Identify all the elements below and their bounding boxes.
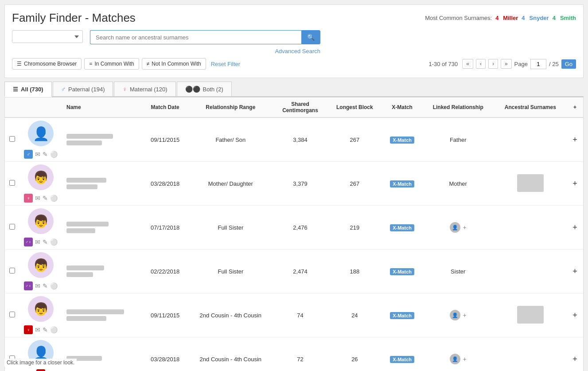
row-checkbox[interactable] <box>9 224 15 230</box>
x-match-badge: X-Match <box>390 312 414 319</box>
col-add[interactable]: + <box>567 98 583 117</box>
x-match: X-Match <box>382 117 422 162</box>
message-icon[interactable]: ✉ <box>35 195 40 202</box>
header-top: Family Finder - Matches Most Common Surn… <box>12 11 576 25</box>
linked-relationship: 👤 + <box>422 337 494 371</box>
edit-icon[interactable]: ✎ <box>43 326 48 333</box>
add-button[interactable]: + <box>572 267 577 276</box>
tree-icon[interactable]: ⚪ <box>50 238 58 246</box>
chromosome-browser-btn[interactable]: ☰ Chromosome Browser <box>12 58 82 70</box>
row-checkbox[interactable] <box>9 180 15 186</box>
edit-icon[interactable]: ✎ <box>43 195 48 202</box>
relationship-range: 2nd Cousin - 4th Cousin <box>188 337 273 371</box>
plus-icon: + <box>463 224 467 231</box>
tabs-area: ☰ All (730) ♂ Paternal (194) ♀ Maternal … <box>4 82 584 97</box>
edit-icon[interactable]: ✎ <box>43 151 48 158</box>
tree-icon[interactable]: ⚪ <box>50 195 58 202</box>
add-cell[interactable]: + <box>567 206 583 250</box>
name-cell <box>62 117 142 162</box>
shared-cm: 2,474 <box>273 250 327 293</box>
first-page-btn[interactable]: « <box>462 59 473 69</box>
page-total: / 25 <box>549 61 559 67</box>
gender-badge[interactable]: ♀ <box>24 325 33 334</box>
gender-badge[interactable]: ♀ <box>36 369 45 371</box>
next-page-btn[interactable]: › <box>488 59 498 69</box>
tab-paternal-label: Paternal (194) <box>68 86 105 93</box>
add-cell[interactable]: + <box>567 293 583 337</box>
tab-all-icon: ☰ <box>13 86 18 93</box>
add-button[interactable]: + <box>572 355 577 364</box>
filter-bar: ☰ Chromosome Browser = In Common With ≠ … <box>12 55 576 73</box>
prev-page-btn[interactable]: ‹ <box>476 59 486 69</box>
add-cell[interactable]: + <box>567 337 583 371</box>
edit-icon[interactable]: ✎ <box>43 282 48 289</box>
add-cell[interactable]: + <box>567 162 583 206</box>
col-name: Name <box>62 98 142 117</box>
avatar[interactable]: 👦 <box>28 296 54 322</box>
ancestral-thumbnail[interactable] <box>517 174 544 192</box>
add-button[interactable]: + <box>572 223 577 232</box>
add-cell[interactable]: + <box>567 117 583 162</box>
linked-rel-add[interactable]: 👤 + <box>450 354 467 364</box>
row-checkbox[interactable] <box>9 312 15 317</box>
name-blurred-2 <box>66 184 97 189</box>
in-common-with-btn[interactable]: = In Common With <box>84 58 139 70</box>
tab-both[interactable]: ⚫⚫ Both (2) <box>177 82 232 96</box>
avatar-wrapper: 👦 ♀ ✉ ✎ ⚪ <box>24 164 58 203</box>
linked-rel-add[interactable]: 👤 + <box>450 310 467 320</box>
linked-relationship: Mother <box>422 162 494 206</box>
not-in-common-with-btn[interactable]: ≠ Not In Common With <box>142 58 206 70</box>
col-avatar <box>19 98 62 117</box>
message-icon[interactable]: ✉ <box>35 326 40 333</box>
row-checkbox[interactable] <box>9 268 15 273</box>
tree-icon[interactable]: ⚪ <box>50 282 58 289</box>
linked-icon: 👤 <box>450 354 460 364</box>
not-equals-icon: ≠ <box>147 61 150 67</box>
page-input[interactable] <box>530 59 546 69</box>
add-button[interactable]: + <box>572 135 577 144</box>
add-cell[interactable]: + <box>567 250 583 293</box>
search-row: 🔍 <box>90 30 320 44</box>
longest-block: 267 <box>327 162 382 206</box>
advanced-search-link[interactable]: Advanced Search <box>275 48 320 55</box>
go-btn[interactable]: Go <box>561 59 576 69</box>
last-page-btn[interactable]: » <box>501 59 512 69</box>
page-label: Page <box>514 61 528 67</box>
common-surnames: Most Common Surnames: 4 Miller 4 Snyder … <box>425 15 576 21</box>
tab-maternal[interactable]: ♀ Maternal (120) <box>114 82 175 96</box>
tree-icon[interactable]: ⚪ <box>50 326 58 333</box>
add-button[interactable]: + <box>572 179 577 188</box>
row-checkbox[interactable] <box>9 136 15 142</box>
ancestral-surnames <box>494 250 567 293</box>
message-icon[interactable]: ✉ <box>35 151 40 158</box>
pagination-info: 1-30 of 730 <box>428 61 458 67</box>
tab-all[interactable]: ☰ All (730) <box>4 82 52 97</box>
gender-badge[interactable]: ♂ <box>24 150 33 159</box>
linked-rel-add[interactable]: 👤 + <box>450 222 467 233</box>
gender-badge[interactable]: ♀ <box>24 194 33 203</box>
search-input[interactable] <box>90 30 301 44</box>
shared-cm: 2,476 <box>273 206 327 250</box>
gender-badge[interactable]: ♂♀ <box>24 281 33 290</box>
longest-block: 26 <box>327 337 382 371</box>
tab-maternal-label: Maternal (120) <box>130 86 167 93</box>
reset-filter-btn[interactable]: Reset Filter <box>209 59 242 70</box>
message-icon[interactable]: ✉ <box>35 238 40 246</box>
x-match: X-Match <box>382 337 422 371</box>
search-button[interactable]: 🔍 <box>301 30 320 44</box>
avatar[interactable]: 👤 <box>28 121 54 146</box>
gender-badge[interactable]: ♂♀ <box>24 238 33 246</box>
filter-dropdown[interactable] <box>12 30 83 43</box>
message-icon[interactable]: ✉ <box>35 282 40 289</box>
longest-block: 188 <box>327 250 382 293</box>
ancestral-thumbnail[interactable] <box>517 306 544 324</box>
avatar[interactable]: 👦 <box>28 164 54 190</box>
avatar[interactable]: 👦 <box>28 252 54 278</box>
avatar[interactable]: 👦 <box>28 208 54 234</box>
tab-paternal[interactable]: ♂ Paternal (194) <box>53 82 113 96</box>
table-row: 👤 ♂ ✉ ✎ ⚪ 09/11/2015 <box>5 117 583 162</box>
add-button[interactable]: + <box>572 311 577 320</box>
name-cell <box>62 206 142 250</box>
tree-icon[interactable]: ⚪ <box>50 151 58 158</box>
edit-icon[interactable]: ✎ <box>43 238 48 246</box>
